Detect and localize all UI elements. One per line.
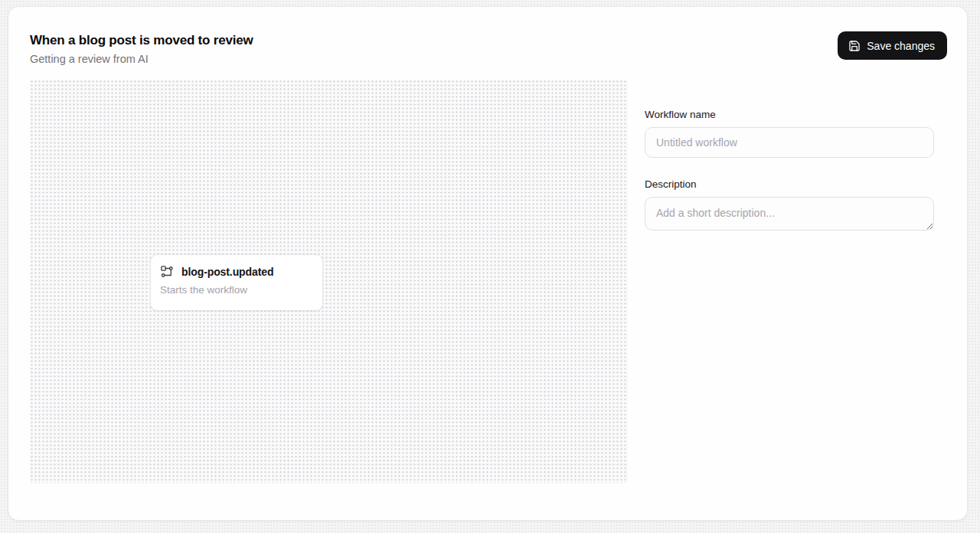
trigger-node-subtitle: Starts the workflow xyxy=(160,284,313,296)
save-button-label: Save changes xyxy=(867,40,935,52)
page-title: When a blog post is moved to review xyxy=(30,33,253,48)
workflow-name-label: Workflow name xyxy=(645,109,934,120)
header: When a blog post is moved to review Gett… xyxy=(30,31,947,66)
save-icon xyxy=(848,40,861,52)
workflow-trigger-icon xyxy=(160,265,174,279)
description-label: Description xyxy=(645,178,934,190)
description-textarea[interactable] xyxy=(645,197,934,231)
header-titles: When a blog post is moved to review Gett… xyxy=(30,31,253,66)
workflow-editor-card: When a blog post is moved to review Gett… xyxy=(8,6,968,521)
page-subtitle: Getting a review from AI xyxy=(30,53,253,66)
workflow-name-input[interactable] xyxy=(645,127,934,158)
settings-panel: Workflow name Description xyxy=(645,109,934,231)
workflow-canvas[interactable]: blog-post.updated Starts the workflow xyxy=(30,80,628,483)
trigger-node-header: blog-post.updated xyxy=(160,265,313,279)
trigger-node[interactable]: blog-post.updated Starts the workflow xyxy=(150,254,323,311)
save-changes-button[interactable]: Save changes xyxy=(838,31,947,60)
trigger-node-title: blog-post.updated xyxy=(181,266,273,278)
